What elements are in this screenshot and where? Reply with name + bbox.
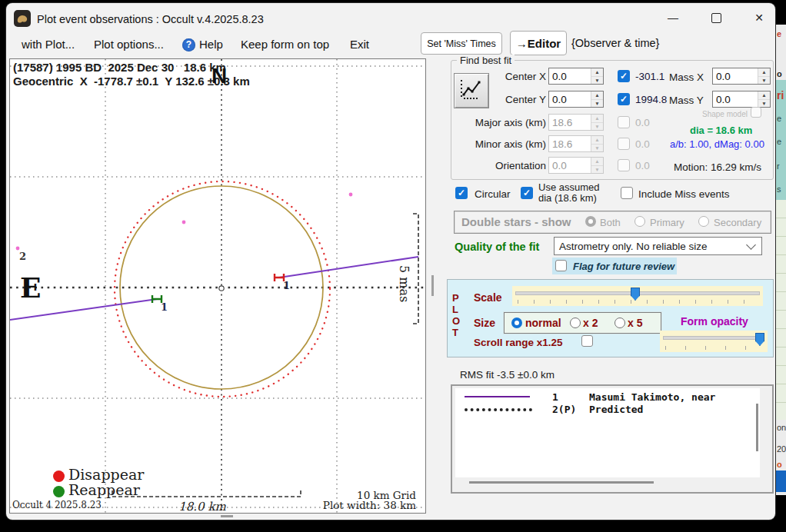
minor-axis-fit-value: 0.0 [635, 138, 650, 150]
menu-plot-options[interactable]: Plot options... [94, 38, 164, 51]
asteroid-icon [14, 10, 31, 27]
reappear-dot [53, 486, 65, 497]
primary-label: Primary [650, 217, 684, 228]
find-best-fit-legend: Find best fit [457, 55, 515, 66]
orientation-label: Orientation [466, 160, 546, 171]
shape-model-checkbox[interactable] [751, 107, 761, 118]
set-miss-times-button[interactable]: Set 'Miss' Times [421, 32, 502, 55]
shape-model-label: Shape model [702, 110, 748, 118]
plot-title-line1: (17587) 1995 BD 2025 Dec 30 18.6 km [13, 61, 226, 74]
center-x-label: Center X [492, 71, 546, 82]
sliver-text: s [777, 185, 781, 194]
secondary-radio[interactable] [698, 216, 709, 227]
help-question-glyph: ? [186, 39, 192, 50]
sliver-text: ri [777, 89, 784, 101]
mas-scale-label: 5 mas [397, 265, 411, 319]
plot-panel[interactable]: 1 1 2 (17587) 1995 BD 2025 Dec 30 18.6 k… [9, 58, 426, 514]
size-x2-label: x 2 [583, 317, 598, 329]
use-assumed-checkbox[interactable]: ✓ [521, 187, 533, 199]
include-miss-checkbox[interactable] [621, 187, 633, 199]
opacity-slider-thumb[interactable] [755, 333, 764, 346]
quality-select[interactable]: Astrometry only. No reliable size [554, 237, 762, 255]
center-x-checkbox[interactable]: ✓ [618, 70, 630, 82]
fit-chart-button[interactable] [454, 73, 489, 108]
app-icon [14, 10, 31, 27]
scale-bracket [112, 490, 301, 497]
sliver-text: e [777, 29, 781, 38]
menu-with-plot[interactable]: with Plot... [22, 38, 75, 51]
center-y-input[interactable] [549, 91, 591, 107]
help-icon[interactable]: ? [182, 38, 195, 52]
center-y-label: Center Y [492, 94, 546, 105]
close-button[interactable]: ✕ [740, 6, 778, 29]
set-miss-times-label: Set 'Miss' Times [427, 38, 496, 49]
center-x-fit-value: -301.1 [635, 71, 664, 82]
list-vscroll-thumb[interactable] [756, 404, 758, 451]
circular-checkbox[interactable]: ✓ [455, 187, 468, 199]
scroll-range-label: Scroll range x1.25 [474, 337, 563, 348]
flag-review-checkbox[interactable] [555, 260, 567, 271]
menu-keep-on-top[interactable]: Keep form on top [241, 38, 329, 51]
menu-exit[interactable]: Exit [350, 38, 369, 51]
center-y-down-icon[interactable]: ▼ [591, 100, 603, 108]
chord2-num[interactable]: 2(P) [552, 404, 576, 415]
minor-axis-checkbox[interactable] [618, 138, 630, 150]
mas-bracket [413, 214, 418, 324]
motion-text: Motion: 16.29 km/s [674, 161, 761, 173]
plot-hscroll-thumb[interactable] [221, 515, 233, 517]
plot-canvas[interactable]: 1 1 2 [10, 59, 425, 513]
chord-1-line[interactable] [10, 257, 418, 320]
scale-slider-thumb[interactable] [631, 288, 640, 301]
major-up-icon: ▲ [591, 115, 603, 123]
mass-y-spinbox: ▲▼ [712, 91, 771, 108]
mass-y-down-icon[interactable]: ▼ [758, 100, 770, 108]
chord2-name[interactable]: Predicted [589, 404, 643, 415]
mass-y-input[interactable] [713, 91, 758, 107]
orientation-checkbox[interactable] [618, 159, 630, 171]
size-normal-radio[interactable] [511, 318, 522, 328]
editor-label: →Editor [516, 37, 561, 50]
mass-x-up-icon[interactable]: ▲ [758, 68, 770, 77]
chord1-num[interactable]: 1 [552, 391, 558, 403]
maximize-icon [711, 13, 721, 23]
minimize-button[interactable]: — [654, 6, 692, 29]
menu-help[interactable]: Help [199, 38, 223, 51]
major-axis-spinbox: ▲▼ [548, 114, 604, 131]
legend-reappear: Reappear [68, 481, 140, 498]
size-normal-label: normal [525, 317, 561, 329]
editor-button[interactable]: →Editor [510, 31, 567, 55]
minor-axis-spinbox: ▲▼ [548, 135, 604, 152]
plot-vscroll-thumb[interactable] [431, 275, 434, 296]
major-axis-fit-value: 0.0 [635, 117, 650, 128]
chord1-name[interactable]: Masumi Takimoto, near [589, 391, 715, 403]
center-x-down-icon[interactable]: ▼ [591, 77, 603, 85]
center-x-input[interactable] [549, 68, 591, 84]
mass-x-input[interactable] [713, 68, 758, 84]
mass-y-label: Mass Y [669, 95, 704, 106]
scroll-range-checkbox[interactable] [581, 335, 593, 347]
mass-y-up-icon[interactable]: ▲ [758, 91, 770, 100]
size-x2-radio[interactable] [570, 318, 581, 328]
center-y-checkbox[interactable]: ✓ [618, 93, 630, 105]
disappear-dot [53, 470, 65, 482]
mass-x-down-icon[interactable]: ▼ [758, 77, 770, 85]
size-x5-radio[interactable] [614, 318, 625, 328]
primary-radio[interactable] [634, 216, 645, 227]
center-x-up-icon[interactable]: ▲ [591, 68, 603, 77]
scale-bar-label: 18.0 km [164, 500, 241, 514]
circular-label: Circular [475, 188, 511, 200]
major-axis-checkbox[interactable] [618, 116, 630, 128]
list-hscroll-thumb[interactable] [469, 481, 654, 484]
secondary-label: Secondary [714, 217, 761, 228]
center-y-up-icon[interactable]: ▲ [591, 91, 603, 100]
sliver-text: o [777, 460, 782, 469]
both-radio[interactable] [585, 216, 596, 227]
minor-down-icon: ▼ [591, 145, 603, 152]
maximize-button[interactable] [697, 6, 735, 29]
opacity-slider[interactable] [660, 331, 768, 352]
minor-axis-input [549, 136, 591, 151]
orientation-fit-value: 0.0 [635, 160, 650, 171]
scale-slider[interactable] [512, 286, 763, 306]
scale-slider-ticks [518, 300, 759, 304]
center-y-fit-value: 1994.8 [635, 94, 667, 105]
